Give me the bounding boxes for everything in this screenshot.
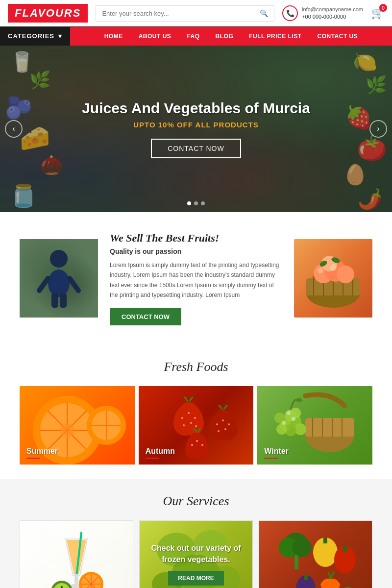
search-input[interactable] bbox=[96, 6, 254, 21]
person-image bbox=[20, 239, 98, 318]
contact-phone: +00 000-000-0000 bbox=[302, 13, 363, 21]
services-grid: Check out our variety of frozen vegetabl… bbox=[20, 520, 372, 588]
hero-title: Juices And Vegetables of Murcia bbox=[82, 100, 310, 117]
hero-dot-1[interactable] bbox=[187, 201, 191, 205]
categories-menu[interactable]: CATEGORIES ▾ bbox=[0, 26, 70, 46]
svg-point-35 bbox=[194, 417, 196, 419]
about-contact-button[interactable]: Contact Now bbox=[110, 308, 181, 325]
season-grid: Summer bbox=[20, 386, 372, 465]
nav-about[interactable]: ABOUT US bbox=[131, 27, 179, 46]
svg-point-16 bbox=[337, 266, 354, 283]
svg-rect-97 bbox=[304, 575, 308, 580]
svg-point-33 bbox=[181, 417, 183, 419]
juice-bg bbox=[20, 521, 133, 588]
hero-subtitle: UPTO 10% OFF ALL PRODUCTS bbox=[82, 121, 310, 129]
svg-point-45 bbox=[196, 440, 198, 442]
svg-point-78 bbox=[61, 586, 63, 588]
search-button[interactable]: 🔍 bbox=[254, 6, 274, 21]
svg-point-39 bbox=[216, 423, 218, 425]
svg-rect-5 bbox=[60, 293, 67, 308]
svg-point-18 bbox=[318, 268, 323, 273]
about-image-right bbox=[294, 239, 372, 318]
hero-banner: 🥛 🌿 🫐 🧀 🌰 🫙 🍋 🌿 🍓 🍅 🥚 🌶️ ‹ Juices And Ve… bbox=[0, 46, 392, 212]
hero-prev-button[interactable]: ‹ bbox=[5, 120, 23, 138]
svg-point-43 bbox=[224, 428, 226, 430]
svg-point-59 bbox=[276, 424, 287, 435]
svg-point-90 bbox=[292, 538, 312, 557]
contact-info: 📞 info@companyname.com +00 000-000-0000 bbox=[282, 5, 363, 21]
phone-icon: 📞 bbox=[282, 5, 298, 21]
about-description: Lorem Ipsum is simply dummy text of the … bbox=[110, 260, 282, 300]
svg-point-41 bbox=[228, 423, 230, 425]
svg-point-37 bbox=[190, 422, 192, 424]
autumn-label: Autumn bbox=[146, 447, 175, 459]
main-nav: CATEGORIES ▾ HOME ABOUT US FAQ BLOG FULL… bbox=[0, 26, 392, 46]
about-subtitle: Quality is our passion bbox=[110, 247, 282, 255]
contact-email: info@companyname.com bbox=[302, 6, 363, 13]
svg-point-38 bbox=[195, 425, 197, 427]
summer-label: Summer bbox=[26, 447, 58, 459]
about-section: We Sell The Best Fruits! Quality is our … bbox=[0, 212, 392, 345]
service-card-juice[interactable] bbox=[20, 520, 133, 588]
cart-badge: 0 bbox=[379, 4, 387, 12]
svg-rect-93 bbox=[323, 538, 327, 543]
service-card-veggies[interactable] bbox=[259, 520, 372, 588]
fresh-foods-title: Fresh Foods bbox=[20, 360, 372, 374]
nav-faq[interactable]: FAQ bbox=[179, 27, 207, 46]
svg-point-63 bbox=[287, 411, 291, 415]
svg-rect-91 bbox=[294, 555, 298, 569]
search-bar: 🔍 bbox=[96, 5, 274, 22]
frozen-text: Check out our variety of frozen vegetabl… bbox=[147, 543, 245, 565]
fruit-basket-svg bbox=[299, 244, 368, 313]
svg-point-60 bbox=[290, 408, 301, 418]
about-image-left bbox=[20, 239, 98, 318]
svg-point-62 bbox=[292, 417, 295, 421]
hero-content: Juices And Vegetables of Murcia UPTO 10%… bbox=[82, 100, 310, 158]
svg-point-19 bbox=[330, 264, 337, 271]
categories-label: CATEGORIES bbox=[8, 32, 54, 40]
winter-label: Winter bbox=[264, 447, 289, 459]
nav-links: HOME ABOUT US FAQ BLOG FULL PRICE LIST C… bbox=[70, 27, 392, 46]
hero-next-button[interactable]: › bbox=[369, 120, 387, 138]
svg-point-28 bbox=[60, 423, 74, 438]
svg-point-40 bbox=[222, 419, 224, 421]
svg-point-46 bbox=[201, 444, 203, 446]
nav-pricelist[interactable]: FULL PRICE LIST bbox=[241, 27, 309, 46]
hero-dots bbox=[187, 201, 205, 205]
frozen-overlay: Check out our variety of frozen vegetabl… bbox=[140, 521, 252, 588]
season-card-winter[interactable]: Winter bbox=[257, 386, 372, 465]
svg-point-36 bbox=[183, 424, 185, 426]
contact-text: info@companyname.com +00 000-000-0000 bbox=[302, 6, 363, 21]
svg-line-2 bbox=[39, 278, 48, 291]
cart-icon[interactable]: 🛒 0 bbox=[371, 7, 384, 20]
site-logo[interactable]: FLAVOURS bbox=[8, 4, 88, 23]
services-section: Our Services bbox=[0, 479, 392, 588]
season-card-summer[interactable]: Summer bbox=[20, 386, 135, 465]
hero-dot-2[interactable] bbox=[194, 201, 198, 205]
dropdown-arrow-icon: ▾ bbox=[58, 32, 62, 40]
about-center: We Sell The Best Fruits! Quality is our … bbox=[110, 232, 282, 325]
frozen-read-more-button[interactable]: Read More bbox=[168, 571, 223, 586]
nav-contact[interactable]: CONTACT US bbox=[310, 27, 366, 46]
svg-rect-95 bbox=[343, 546, 347, 552]
service-card-frozen[interactable]: Check out our variety of frozen vegetabl… bbox=[139, 520, 253, 588]
site-header: FLAVOURS 🔍 📞 info@companyname.com +00 00… bbox=[0, 0, 392, 26]
svg-line-3 bbox=[70, 278, 78, 291]
svg-rect-4 bbox=[51, 293, 58, 308]
hero-dot-3[interactable] bbox=[201, 201, 205, 205]
nav-blog[interactable]: BLOG bbox=[208, 27, 242, 46]
nav-home[interactable]: HOME bbox=[97, 27, 131, 46]
svg-point-42 bbox=[218, 430, 220, 432]
person-svg bbox=[29, 244, 88, 313]
svg-point-44 bbox=[191, 444, 193, 446]
svg-point-34 bbox=[188, 412, 190, 414]
season-card-autumn[interactable]: Autumn bbox=[139, 386, 254, 465]
svg-point-61 bbox=[282, 421, 286, 425]
veggies-bg bbox=[259, 521, 372, 588]
about-title: We Sell The Best Fruits! bbox=[110, 232, 282, 245]
svg-point-0 bbox=[50, 250, 68, 268]
fresh-foods-section: Fresh Foods bbox=[0, 345, 392, 479]
hero-cta-button[interactable]: Contact Now bbox=[151, 139, 241, 158]
services-title: Our Services bbox=[20, 494, 372, 509]
veggies-svg bbox=[267, 520, 365, 588]
